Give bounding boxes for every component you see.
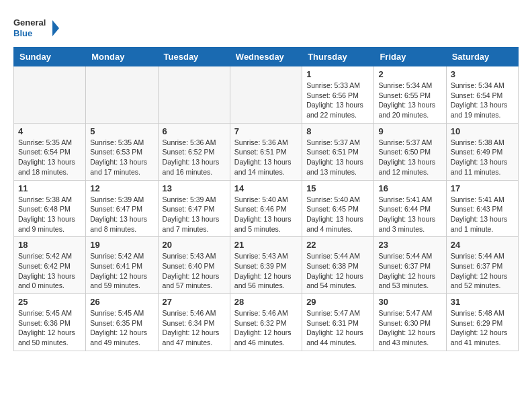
calendar: SundayMondayTuesdayWednesdayThursdayFrid… [13, 47, 519, 351]
day-info: Sunrise: 5:35 AMSunset: 6:54 PMDaylight:… [18, 138, 81, 177]
day-info: Sunrise: 5:42 AMSunset: 6:41 PMDaylight:… [90, 251, 153, 291]
day-info: Sunrise: 5:39 AMSunset: 6:47 PMDaylight:… [163, 195, 226, 234]
day-info: Sunrise: 5:37 AMSunset: 6:51 PMDaylight:… [306, 138, 369, 177]
day-header-friday: Friday [374, 48, 446, 66]
day-number: 9 [378, 126, 441, 136]
day-cell: 24Sunrise: 5:44 AMSunset: 6:37 PMDayligh… [446, 237, 518, 294]
week-row-5: 25Sunrise: 5:45 AMSunset: 6:36 PMDayligh… [14, 294, 519, 351]
day-info: Sunrise: 5:46 AMSunset: 6:32 PMDaylight:… [234, 308, 298, 348]
day-info: Sunrise: 5:39 AMSunset: 6:47 PMDaylight:… [90, 195, 153, 234]
day-cell [230, 66, 302, 124]
day-info: Sunrise: 5:38 AMSunset: 6:48 PMDaylight:… [18, 195, 81, 234]
day-info: Sunrise: 5:48 AMSunset: 6:29 PMDaylight:… [451, 308, 514, 348]
day-number: 31 [451, 297, 514, 307]
day-cell: 31Sunrise: 5:48 AMSunset: 6:29 PMDayligh… [446, 294, 518, 351]
day-info: Sunrise: 5:37 AMSunset: 6:50 PMDaylight:… [378, 138, 441, 177]
day-number: 16 [378, 183, 441, 193]
day-cell: 6Sunrise: 5:36 AMSunset: 6:52 PMDaylight… [158, 123, 230, 180]
day-cell: 20Sunrise: 5:43 AMSunset: 6:40 PMDayligh… [158, 237, 230, 294]
day-header-saturday: Saturday [446, 48, 518, 66]
day-info: Sunrise: 5:44 AMSunset: 6:37 PMDaylight:… [378, 251, 441, 291]
day-info: Sunrise: 5:40 AMSunset: 6:46 PMDaylight:… [234, 195, 298, 234]
day-header-thursday: Thursday [302, 48, 374, 66]
day-info: Sunrise: 5:33 AMSunset: 6:56 PMDaylight:… [306, 81, 369, 120]
day-number: 28 [234, 297, 298, 307]
day-cell: 22Sunrise: 5:44 AMSunset: 6:38 PMDayligh… [302, 237, 374, 294]
day-number: 1 [306, 69, 369, 79]
day-number: 3 [451, 69, 514, 79]
day-cell: 12Sunrise: 5:39 AMSunset: 6:47 PMDayligh… [86, 180, 158, 237]
day-cell: 5Sunrise: 5:35 AMSunset: 6:53 PMDaylight… [86, 123, 158, 180]
day-number: 5 [90, 126, 153, 136]
day-info: Sunrise: 5:36 AMSunset: 6:51 PMDaylight:… [234, 138, 298, 177]
day-number: 25 [18, 297, 81, 307]
svg-text:Blue: Blue [13, 28, 32, 38]
day-number: 26 [90, 297, 153, 307]
day-number: 18 [18, 240, 81, 250]
day-cell: 2Sunrise: 5:34 AMSunset: 6:55 PMDaylight… [374, 66, 446, 124]
week-row-1: 1Sunrise: 5:33 AMSunset: 6:56 PMDaylight… [14, 66, 519, 124]
day-number: 4 [18, 126, 81, 136]
day-cell: 14Sunrise: 5:40 AMSunset: 6:46 PMDayligh… [230, 180, 302, 237]
day-info: Sunrise: 5:40 AMSunset: 6:45 PMDaylight:… [306, 195, 369, 234]
day-cell [14, 66, 86, 124]
day-cell: 21Sunrise: 5:43 AMSunset: 6:39 PMDayligh… [230, 237, 302, 294]
day-info: Sunrise: 5:36 AMSunset: 6:52 PMDaylight:… [163, 138, 226, 177]
day-info: Sunrise: 5:34 AMSunset: 6:55 PMDaylight:… [378, 81, 441, 120]
day-number: 13 [163, 183, 226, 193]
day-number: 23 [378, 240, 441, 250]
day-cell: 10Sunrise: 5:38 AMSunset: 6:49 PMDayligh… [446, 123, 518, 180]
day-info: Sunrise: 5:42 AMSunset: 6:42 PMDaylight:… [18, 251, 81, 291]
logo: GeneralBlue [13, 13, 60, 40]
day-cell: 26Sunrise: 5:45 AMSunset: 6:35 PMDayligh… [86, 294, 158, 351]
day-number: 15 [306, 183, 369, 193]
day-cell: 13Sunrise: 5:39 AMSunset: 6:47 PMDayligh… [158, 180, 230, 237]
day-number: 7 [234, 126, 298, 136]
svg-text:General: General [13, 17, 46, 28]
day-info: Sunrise: 5:47 AMSunset: 6:31 PMDaylight:… [306, 308, 369, 348]
day-header-sunday: Sunday [14, 48, 86, 66]
day-info: Sunrise: 5:45 AMSunset: 6:35 PMDaylight:… [90, 308, 153, 348]
day-cell: 16Sunrise: 5:41 AMSunset: 6:44 PMDayligh… [374, 180, 446, 237]
day-cell: 23Sunrise: 5:44 AMSunset: 6:37 PMDayligh… [374, 237, 446, 294]
day-number: 19 [90, 240, 153, 250]
day-info: Sunrise: 5:41 AMSunset: 6:43 PMDaylight:… [451, 195, 514, 234]
day-cell: 4Sunrise: 5:35 AMSunset: 6:54 PMDaylight… [14, 123, 86, 180]
day-cell: 29Sunrise: 5:47 AMSunset: 6:31 PMDayligh… [302, 294, 374, 351]
svg-marker-2 [52, 20, 59, 36]
day-number: 21 [234, 240, 298, 250]
week-row-3: 11Sunrise: 5:38 AMSunset: 6:48 PMDayligh… [14, 180, 519, 237]
day-cell [158, 66, 230, 124]
day-cell: 1Sunrise: 5:33 AMSunset: 6:56 PMDaylight… [302, 66, 374, 124]
day-number: 22 [306, 240, 369, 250]
day-cell: 18Sunrise: 5:42 AMSunset: 6:42 PMDayligh… [14, 237, 86, 294]
day-info: Sunrise: 5:44 AMSunset: 6:38 PMDaylight:… [306, 251, 369, 291]
day-number: 8 [306, 126, 369, 136]
day-cell: 8Sunrise: 5:37 AMSunset: 6:51 PMDaylight… [302, 123, 374, 180]
day-number: 20 [163, 240, 226, 250]
day-number: 14 [234, 183, 298, 193]
day-number: 12 [90, 183, 153, 193]
day-cell: 7Sunrise: 5:36 AMSunset: 6:51 PMDaylight… [230, 123, 302, 180]
day-number: 30 [378, 297, 441, 307]
week-row-2: 4Sunrise: 5:35 AMSunset: 6:54 PMDaylight… [14, 123, 519, 180]
day-number: 2 [378, 69, 441, 79]
day-header-tuesday: Tuesday [158, 48, 230, 66]
day-number: 29 [306, 297, 369, 307]
day-number: 17 [451, 183, 514, 193]
day-headers: SundayMondayTuesdayWednesdayThursdayFrid… [14, 48, 519, 66]
day-number: 24 [451, 240, 514, 250]
day-info: Sunrise: 5:34 AMSunset: 6:54 PMDaylight:… [451, 81, 514, 120]
day-number: 27 [163, 297, 226, 307]
header: GeneralBlue [13, 13, 519, 40]
day-number: 10 [451, 126, 514, 136]
day-number: 11 [18, 183, 81, 193]
day-header-wednesday: Wednesday [230, 48, 302, 66]
day-cell [86, 66, 158, 124]
day-cell: 9Sunrise: 5:37 AMSunset: 6:50 PMDaylight… [374, 123, 446, 180]
day-info: Sunrise: 5:38 AMSunset: 6:49 PMDaylight:… [451, 138, 514, 177]
day-cell: 11Sunrise: 5:38 AMSunset: 6:48 PMDayligh… [14, 180, 86, 237]
day-header-monday: Monday [86, 48, 158, 66]
day-cell: 30Sunrise: 5:47 AMSunset: 6:30 PMDayligh… [374, 294, 446, 351]
day-info: Sunrise: 5:35 AMSunset: 6:53 PMDaylight:… [90, 138, 153, 177]
